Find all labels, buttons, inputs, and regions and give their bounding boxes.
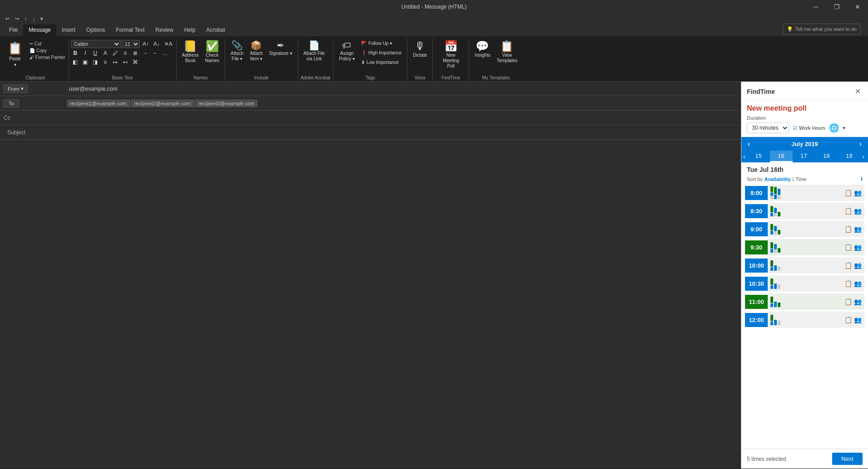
cc-input[interactable] — [67, 114, 737, 122]
sort-availability-link[interactable]: Availability — [765, 176, 791, 182]
more-format-button[interactable]: … — [161, 49, 170, 57]
date-col-18[interactable]: 18 — [815, 151, 838, 162]
tab-insert[interactable]: Insert — [56, 24, 81, 36]
time-slot-830-label[interactable]: 8:30 — [745, 204, 768, 218]
tab-help[interactable]: Help — [179, 24, 201, 36]
view-templates-button[interactable]: 📋 ViewTemplates — [494, 39, 520, 65]
slot-830-detail-icon[interactable]: 👥 — [854, 207, 862, 215]
slot-800-copy-icon[interactable]: 📋 — [844, 189, 852, 196]
highlight-button[interactable]: 🖊 — [111, 49, 120, 57]
time-slot-1000-label[interactable]: 10:00 — [745, 259, 768, 273]
format-painter-button[interactable]: 🖌 Format Painter — [28, 54, 67, 60]
date-col-19[interactable]: 19 — [838, 151, 860, 162]
paste-button[interactable]: 📋 Paste ▾ — [4, 39, 26, 69]
slot-1000-copy-icon[interactable]: 📋 — [844, 262, 852, 269]
slot-930-detail-icon[interactable]: 👥 — [854, 244, 862, 251]
new-meeting-poll-button[interactable]: 📅 NewMeeting Poll — [436, 39, 466, 71]
slot-1200-detail-icon[interactable]: 👥 — [854, 316, 862, 323]
restore-button[interactable]: ❐ — [826, 0, 847, 14]
timezone-icon[interactable]: 🌐 — [829, 123, 839, 133]
bold-button[interactable]: B — [71, 49, 80, 57]
shrink-font-button[interactable]: A↓ — [152, 40, 162, 48]
more-para-button[interactable]: ⌘ — [131, 58, 140, 66]
subject-input[interactable] — [67, 128, 737, 137]
font-family-select[interactable]: Calibri — [71, 40, 121, 48]
clear-format-button[interactable]: ✕A — [162, 40, 174, 48]
slot-900-copy-icon[interactable]: 📋 — [844, 225, 852, 233]
align-left-button[interactable]: ◧ — [71, 58, 80, 66]
time-slot-1100-label[interactable]: 11:00 — [745, 295, 768, 309]
bullet-list-button[interactable]: ≡ — [121, 49, 130, 57]
increase-indent-button[interactable]: ↦ — [111, 58, 120, 66]
outdent-button[interactable]: ← — [151, 49, 160, 57]
tab-review[interactable]: Review — [150, 24, 179, 36]
qa-more[interactable]: ▾ — [39, 15, 45, 23]
qa-undo[interactable]: ↩ — [4, 15, 11, 23]
copy-button[interactable]: 📄 Copy — [28, 48, 67, 54]
slot-830-copy-icon[interactable]: 📋 — [844, 207, 852, 215]
sort-time-link[interactable]: Time — [795, 176, 806, 182]
cut-button[interactable]: ✂ Cut — [28, 41, 67, 47]
high-importance-button[interactable]: ❗ High Importance — [358, 49, 404, 57]
qa-down[interactable]: ↓ — [31, 15, 37, 22]
numbered-list-button[interactable]: ≣ — [131, 49, 140, 57]
slot-1030-detail-icon[interactable]: 👥 — [854, 280, 862, 287]
tab-message[interactable]: Message — [23, 24, 56, 36]
slot-1100-detail-icon[interactable]: 👥 — [854, 298, 862, 305]
tab-format-text[interactable]: Format Text — [110, 24, 150, 36]
slot-800-detail-icon[interactable]: 👥 — [854, 189, 862, 196]
slot-1000-detail-icon[interactable]: 👥 — [854, 262, 862, 269]
decrease-indent-button[interactable]: ↤ — [121, 58, 130, 66]
duration-select[interactable]: 30 minutes 15 minutes 1 hour — [747, 122, 789, 133]
justify-button[interactable]: ≡ — [101, 58, 110, 66]
from-dropdown-button[interactable]: From ▾ — [4, 84, 28, 93]
slot-1100-copy-icon[interactable]: 📋 — [844, 298, 852, 305]
qa-redo[interactable]: ↪ — [13, 15, 21, 23]
from-address-input[interactable] — [67, 85, 737, 93]
date-scroll-right[interactable]: › — [860, 151, 866, 162]
sort-info-icon[interactable]: ℹ — [861, 176, 863, 182]
date-col-15[interactable]: 15 — [747, 151, 770, 162]
time-slot-900-label[interactable]: 9:00 — [745, 222, 768, 236]
attach-file-button[interactable]: 📎 AttachFile ▾ — [228, 39, 246, 64]
align-center-button[interactable]: ▣ — [81, 58, 90, 66]
minimize-button[interactable]: ─ — [805, 0, 826, 14]
indent-button[interactable]: → — [141, 49, 150, 57]
time-slot-1030-label[interactable]: 10:30 — [745, 277, 768, 291]
italic-button[interactable]: I — [81, 49, 90, 57]
signature-button[interactable]: ✒ Signature ▾ — [266, 39, 295, 58]
timezone-dropdown-icon[interactable]: ▾ — [843, 125, 845, 131]
calendar-next-button[interactable]: › — [857, 139, 864, 148]
findtime-close-button[interactable]: ✕ — [853, 86, 863, 97]
check-names-button[interactable]: ✅ CheckNames — [202, 39, 222, 65]
date-col-16[interactable]: 16 — [770, 151, 793, 162]
to-button[interactable]: To — [4, 99, 19, 107]
font-size-select[interactable]: 11 — [122, 40, 140, 48]
follow-up-button[interactable]: 🚩 Follow Up ▾ — [358, 39, 404, 48]
tell-me-box[interactable]: 💡 Tell me what you want to do — [783, 24, 861, 34]
attach-via-link-button[interactable]: 📄 Attach Filevia Link — [301, 39, 328, 64]
tab-options[interactable]: Options — [81, 24, 110, 36]
tab-acrobat[interactable]: Acrobat — [201, 24, 230, 36]
next-button[interactable]: Next — [832, 453, 863, 465]
slot-1030-copy-icon[interactable]: 📋 — [844, 280, 852, 287]
time-slot-1200-label[interactable]: 12:00 — [745, 313, 768, 327]
assign-policy-button[interactable]: 🏷 AssignPolicy ▾ — [336, 39, 357, 64]
slot-900-detail-icon[interactable]: 👥 — [854, 225, 862, 233]
dictate-button[interactable]: 🎙 Dictate — [410, 39, 430, 60]
align-right-button[interactable]: ◨ — [91, 58, 100, 66]
date-scroll-left[interactable]: ‹ — [741, 151, 747, 162]
address-book-button[interactable]: 📒 AddressBook — [179, 39, 201, 65]
time-slot-930-label[interactable]: 9:30 — [745, 240, 768, 254]
close-button[interactable]: ✕ — [847, 0, 868, 14]
low-importance-button[interactable]: ⬇ Low Importance — [358, 58, 404, 67]
font-color-button[interactable]: A — [101, 49, 110, 57]
calendar-prev-button[interactable]: ‹ — [745, 139, 753, 148]
compose-body[interactable] — [0, 140, 741, 469]
tab-file[interactable]: File — [4, 24, 23, 36]
time-slot-800-label[interactable]: 8:00 — [745, 186, 768, 200]
slot-930-copy-icon[interactable]: 📋 — [844, 244, 852, 251]
qa-up[interactable]: ↑ — [23, 15, 29, 22]
underline-button[interactable]: U — [91, 49, 100, 57]
slot-1200-copy-icon[interactable]: 📋 — [844, 316, 852, 323]
